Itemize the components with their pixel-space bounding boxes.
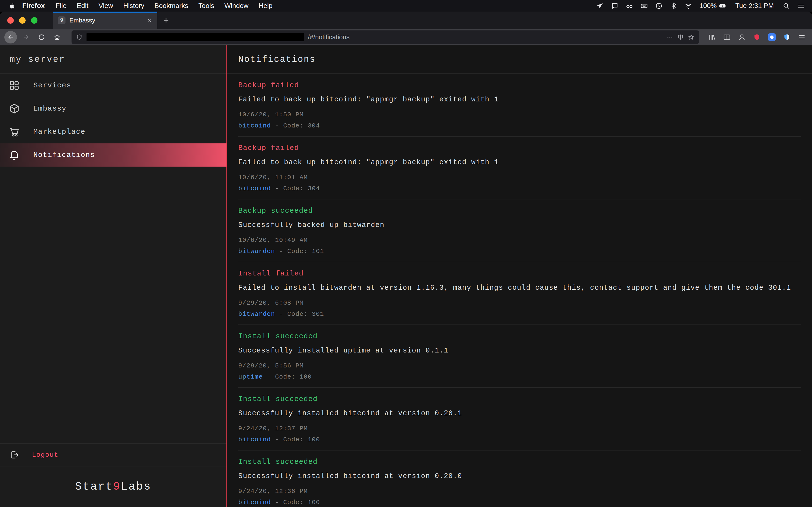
notification-title: Install succeeded xyxy=(238,394,801,404)
battery-percent: 100% xyxy=(699,2,717,10)
firefox-window: 9 Embassy /#/notifications xyxy=(0,12,812,507)
tab-bar: 9 Embassy xyxy=(0,12,812,29)
notification-title: Install succeeded xyxy=(238,332,801,341)
chat-bubble-icon[interactable] xyxy=(611,2,618,10)
logout-label: Logout xyxy=(32,451,58,459)
menu-file[interactable]: File xyxy=(51,2,71,10)
page-actions-icon[interactable] xyxy=(666,34,673,41)
screen: Firefox File Edit View History Bookmarks… xyxy=(0,0,812,507)
navigation-toolbar: /#/notifications xyxy=(0,29,812,45)
exit-icon xyxy=(10,450,20,460)
notification-message: Failed to install bitwarden at version 1… xyxy=(238,283,801,293)
minimize-window-button[interactable] xyxy=(19,17,26,24)
service-link[interactable]: bitcoind xyxy=(238,122,271,129)
battery-icon xyxy=(719,2,727,10)
new-tab-button[interactable] xyxy=(162,16,170,24)
menu-bookmarks[interactable]: Bookmarks xyxy=(149,2,193,10)
menubar-app-name[interactable]: Firefox xyxy=(16,2,51,10)
menubar-clock[interactable]: Tue 2:31 PM xyxy=(734,2,775,10)
wifi-icon[interactable] xyxy=(684,2,692,10)
tab-title: Embassy xyxy=(69,17,146,24)
service-link[interactable]: uptime xyxy=(238,373,263,381)
notification-code: - Code: 100 xyxy=(271,436,320,443)
notification-item: Backup failed Failed to back up bitcoind… xyxy=(238,137,801,200)
brand-pre: Start xyxy=(75,481,113,493)
embassy-app: my server Services Embassy Marketplace N… xyxy=(0,45,812,507)
tab-close-icon[interactable] xyxy=(146,17,152,23)
bluetooth-icon[interactable] xyxy=(670,2,677,10)
spotlight-search-icon[interactable] xyxy=(782,2,790,10)
notification-code: - Code: 100 xyxy=(271,499,320,506)
sidebar: my server Services Embassy Marketplace N… xyxy=(0,45,226,507)
notification-title: Backup failed xyxy=(238,80,801,90)
notification-meta: bitcoind - Code: 100 xyxy=(238,498,801,507)
notification-item: Backup failed Failed to back up bitcoind… xyxy=(238,74,801,137)
sidebar-item-label: Marketplace xyxy=(33,128,86,136)
grid-icon xyxy=(9,80,20,91)
sidebar-item-services[interactable]: Services xyxy=(0,74,226,97)
extension-red-shield-icon[interactable] xyxy=(753,33,761,41)
spectacles-icon[interactable] xyxy=(626,2,633,10)
sidebar-item-label: Notifications xyxy=(33,151,95,159)
menu-tools[interactable]: Tools xyxy=(193,2,219,10)
notification-code: - Code: 304 xyxy=(271,185,320,192)
menu-window[interactable]: Window xyxy=(219,2,254,10)
logout-button[interactable]: Logout xyxy=(0,443,226,466)
control-center-icon[interactable] xyxy=(797,2,805,10)
notification-timestamp: 9/29/20, 5:56 PM xyxy=(238,362,801,370)
sidebar-item-marketplace[interactable]: Marketplace xyxy=(0,120,226,144)
account-icon[interactable] xyxy=(738,33,746,41)
cart-icon xyxy=(9,126,20,137)
apple-menu-icon[interactable] xyxy=(8,2,16,10)
reload-button[interactable] xyxy=(35,31,48,44)
notification-title: Install succeeded xyxy=(238,457,801,466)
hamburger-menu-icon[interactable] xyxy=(798,33,806,41)
notification-timestamp: 9/24/20, 12:37 PM xyxy=(238,425,801,433)
service-link[interactable]: bitcoind xyxy=(238,185,271,192)
url-bar[interactable]: /#/notifications xyxy=(71,31,699,44)
permissions-shield-icon[interactable] xyxy=(76,34,83,41)
service-link[interactable]: bitcoind xyxy=(238,436,271,443)
battery-status[interactable]: 100% xyxy=(699,2,727,10)
notification-title: Backup failed xyxy=(238,144,801,153)
home-button[interactable] xyxy=(51,31,63,44)
notification-timestamp: 10/6/20, 11:01 AM xyxy=(238,173,801,181)
notification-title: Install failed xyxy=(238,269,801,278)
sidebar-toggle-icon[interactable] xyxy=(723,33,731,41)
forward-button[interactable] xyxy=(20,31,33,44)
notification-meta: uptime - Code: 100 xyxy=(238,373,801,381)
library-icon[interactable] xyxy=(708,33,716,41)
server-name: my server xyxy=(0,45,226,74)
brand-footer: Start9 Labs xyxy=(0,466,226,507)
clock-icon[interactable] xyxy=(655,2,663,10)
service-link[interactable]: bitwarden xyxy=(238,248,275,255)
extension-blue-shield-icon[interactable] xyxy=(783,33,791,41)
close-window-button[interactable] xyxy=(7,17,14,24)
bookmark-star-icon[interactable] xyxy=(688,34,695,41)
notification-item: Install succeeded Successfully installed… xyxy=(238,325,801,388)
notification-message: Failed to back up bitcoind: "appmgr back… xyxy=(238,95,801,104)
notifications-page: Notifications Backup failed Failed to ba… xyxy=(227,45,812,507)
tab-embassy[interactable]: 9 Embassy xyxy=(53,12,157,29)
keyboard-icon[interactable] xyxy=(641,2,648,10)
extension-blue-icon[interactable] xyxy=(768,33,776,41)
tab-favicon: 9 xyxy=(58,16,65,24)
tracking-protection-icon[interactable] xyxy=(677,34,684,41)
sidebar-item-embassy[interactable]: Embassy xyxy=(0,97,226,120)
macos-menubar: Firefox File Edit View History Bookmarks… xyxy=(0,0,812,12)
back-button[interactable] xyxy=(4,31,17,44)
zoom-window-button[interactable] xyxy=(31,17,38,24)
service-link[interactable]: bitcoind xyxy=(238,499,271,506)
cube-icon xyxy=(9,103,20,114)
sidebar-item-notifications[interactable]: Notifications xyxy=(0,144,226,167)
service-link[interactable]: bitwarden xyxy=(238,311,275,318)
redacted-url-segment xyxy=(87,33,304,41)
menu-help[interactable]: Help xyxy=(254,2,278,10)
notification-meta: bitwarden - Code: 301 xyxy=(238,310,801,318)
notification-message: Successfully backed up bitwarden xyxy=(238,221,801,230)
menu-edit[interactable]: Edit xyxy=(71,2,93,10)
menu-view[interactable]: View xyxy=(94,2,118,10)
menu-history[interactable]: History xyxy=(118,2,149,10)
brand-digit: 9 xyxy=(113,481,121,493)
paper-plane-icon[interactable] xyxy=(596,2,604,10)
